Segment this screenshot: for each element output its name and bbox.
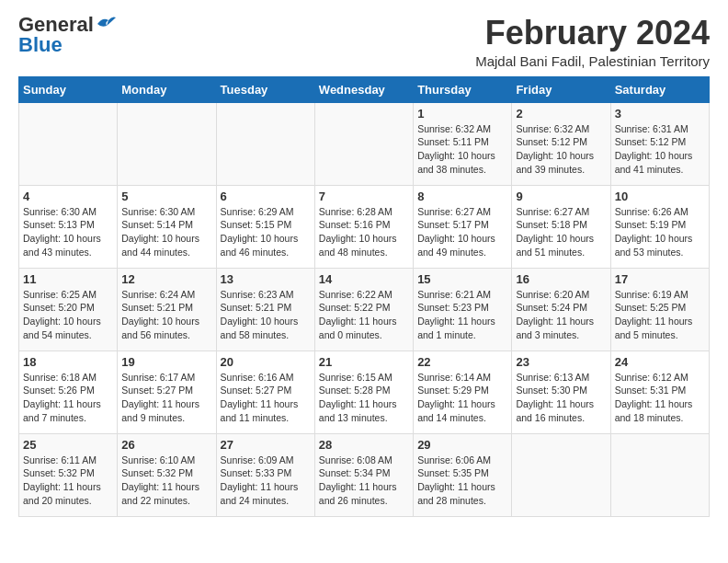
day-info: Sunrise: 6:16 AMSunset: 5:27 PMDaylight:… — [221, 371, 311, 425]
day-info: Sunrise: 6:30 AMSunset: 5:13 PMDaylight:… — [23, 205, 113, 259]
day-info: Sunrise: 6:11 AMSunset: 5:32 PMDaylight:… — [23, 454, 113, 508]
day-number: 8 — [417, 190, 507, 203]
calendar-day-25: 25Sunrise: 6:11 AMSunset: 5:32 PMDayligh… — [19, 433, 118, 516]
weekday-header-thursday: Thursday — [414, 76, 512, 102]
day-number: 2 — [516, 107, 606, 121]
calendar-empty-cell — [610, 433, 709, 516]
day-info: Sunrise: 6:19 AMSunset: 5:25 PMDaylight:… — [615, 288, 705, 342]
day-number: 29 — [417, 438, 507, 452]
day-number: 26 — [121, 438, 211, 452]
calendar-week-row: 4Sunrise: 6:30 AMSunset: 5:13 PMDaylight… — [19, 185, 710, 268]
calendar-empty-cell — [314, 102, 413, 185]
calendar-day-5: 5Sunrise: 6:30 AMSunset: 5:14 PMDaylight… — [118, 185, 216, 268]
day-info: Sunrise: 6:29 AMSunset: 5:15 PMDaylight:… — [221, 205, 311, 259]
calendar-day-27: 27Sunrise: 6:09 AMSunset: 5:33 PMDayligh… — [216, 433, 314, 516]
calendar-day-3: 3Sunrise: 6:31 AMSunset: 5:12 PMDaylight… — [610, 102, 709, 185]
day-number: 10 — [615, 190, 705, 203]
calendar-empty-cell — [118, 102, 216, 185]
day-number: 19 — [121, 355, 211, 369]
day-info: Sunrise: 6:26 AMSunset: 5:19 PMDaylight:… — [615, 205, 705, 259]
calendar-day-28: 28Sunrise: 6:08 AMSunset: 5:34 PMDayligh… — [314, 433, 413, 516]
calendar-day-16: 16Sunrise: 6:20 AMSunset: 5:24 PMDayligh… — [512, 268, 610, 350]
calendar-day-2: 2Sunrise: 6:32 AMSunset: 5:12 PMDaylight… — [512, 102, 610, 185]
day-number: 6 — [221, 190, 311, 203]
day-info: Sunrise: 6:09 AMSunset: 5:33 PMDaylight:… — [221, 454, 311, 508]
day-number: 5 — [121, 190, 211, 203]
day-number: 27 — [221, 438, 311, 452]
day-number: 1 — [417, 107, 507, 121]
day-info: Sunrise: 6:18 AMSunset: 5:26 PMDaylight:… — [23, 371, 113, 425]
calendar-day-26: 26Sunrise: 6:10 AMSunset: 5:32 PMDayligh… — [118, 433, 216, 516]
day-info: Sunrise: 6:10 AMSunset: 5:32 PMDaylight:… — [121, 454, 211, 508]
day-info: Sunrise: 6:12 AMSunset: 5:31 PMDaylight:… — [615, 371, 705, 425]
calendar-table: SundayMondayTuesdayWednesdayThursdayFrid… — [18, 76, 710, 517]
calendar-day-13: 13Sunrise: 6:23 AMSunset: 5:21 PMDayligh… — [216, 268, 314, 350]
day-number: 9 — [516, 190, 606, 203]
calendar-day-17: 17Sunrise: 6:19 AMSunset: 5:25 PMDayligh… — [610, 268, 709, 350]
weekday-header-row: SundayMondayTuesdayWednesdayThursdayFrid… — [19, 76, 710, 102]
calendar-week-row: 11Sunrise: 6:25 AMSunset: 5:20 PMDayligh… — [19, 268, 710, 350]
day-info: Sunrise: 6:14 AMSunset: 5:29 PMDaylight:… — [417, 371, 507, 425]
weekday-header-saturday: Saturday — [610, 76, 709, 102]
day-info: Sunrise: 6:13 AMSunset: 5:30 PMDaylight:… — [516, 371, 606, 425]
weekday-header-friday: Friday — [512, 76, 610, 102]
day-info: Sunrise: 6:27 AMSunset: 5:18 PMDaylight:… — [516, 205, 606, 259]
calendar-day-22: 22Sunrise: 6:14 AMSunset: 5:29 PMDayligh… — [414, 350, 512, 433]
day-info: Sunrise: 6:27 AMSunset: 5:17 PMDaylight:… — [417, 205, 507, 259]
day-info: Sunrise: 6:25 AMSunset: 5:20 PMDaylight:… — [23, 288, 113, 342]
calendar-day-18: 18Sunrise: 6:18 AMSunset: 5:26 PMDayligh… — [19, 350, 118, 433]
calendar-day-12: 12Sunrise: 6:24 AMSunset: 5:21 PMDayligh… — [118, 268, 216, 350]
day-number: 21 — [319, 355, 409, 369]
weekday-header-sunday: Sunday — [19, 76, 118, 102]
calendar-day-10: 10Sunrise: 6:26 AMSunset: 5:19 PMDayligh… — [610, 185, 709, 268]
calendar-empty-cell — [19, 102, 118, 185]
day-number: 4 — [23, 190, 113, 203]
calendar-empty-cell — [216, 102, 314, 185]
day-info: Sunrise: 6:32 AMSunset: 5:12 PMDaylight:… — [516, 122, 606, 177]
location-title: Majdal Bani Fadil, Palestinian Territory — [475, 53, 710, 69]
calendar-day-8: 8Sunrise: 6:27 AMSunset: 5:17 PMDaylight… — [414, 185, 512, 268]
day-info: Sunrise: 6:24 AMSunset: 5:21 PMDaylight:… — [121, 288, 211, 342]
day-info: Sunrise: 6:32 AMSunset: 5:11 PMDaylight:… — [417, 122, 507, 177]
calendar-day-23: 23Sunrise: 6:13 AMSunset: 5:30 PMDayligh… — [512, 350, 610, 433]
day-number: 28 — [319, 438, 409, 452]
weekday-header-tuesday: Tuesday — [216, 76, 314, 102]
weekday-header-wednesday: Wednesday — [314, 76, 413, 102]
day-info: Sunrise: 6:23 AMSunset: 5:21 PMDaylight:… — [221, 288, 311, 342]
day-number: 22 — [417, 355, 507, 369]
calendar-day-6: 6Sunrise: 6:29 AMSunset: 5:15 PMDaylight… — [216, 185, 314, 268]
day-number: 24 — [615, 355, 705, 369]
day-info: Sunrise: 6:28 AMSunset: 5:16 PMDaylight:… — [319, 205, 409, 259]
calendar-empty-cell — [512, 433, 610, 516]
day-number: 3 — [615, 107, 705, 121]
calendar-day-14: 14Sunrise: 6:22 AMSunset: 5:22 PMDayligh… — [314, 268, 413, 350]
day-number: 14 — [319, 272, 409, 286]
day-info: Sunrise: 6:20 AMSunset: 5:24 PMDaylight:… — [516, 288, 606, 342]
day-info: Sunrise: 6:17 AMSunset: 5:27 PMDaylight:… — [121, 371, 211, 425]
day-number: 11 — [23, 272, 113, 286]
calendar-day-7: 7Sunrise: 6:28 AMSunset: 5:16 PMDaylight… — [314, 185, 413, 268]
calendar-day-21: 21Sunrise: 6:15 AMSunset: 5:28 PMDayligh… — [314, 350, 413, 433]
day-info: Sunrise: 6:31 AMSunset: 5:12 PMDaylight:… — [615, 122, 705, 177]
day-info: Sunrise: 6:08 AMSunset: 5:34 PMDaylight:… — [319, 454, 409, 508]
logo: General Blue — [18, 15, 116, 55]
day-number: 13 — [221, 272, 311, 286]
day-info: Sunrise: 6:21 AMSunset: 5:23 PMDaylight:… — [417, 288, 507, 342]
calendar-day-20: 20Sunrise: 6:16 AMSunset: 5:27 PMDayligh… — [216, 350, 314, 433]
logo-general-text: General — [18, 15, 94, 35]
day-number: 12 — [121, 272, 211, 286]
day-info: Sunrise: 6:15 AMSunset: 5:28 PMDaylight:… — [319, 371, 409, 425]
day-number: 25 — [23, 438, 113, 452]
day-info: Sunrise: 6:30 AMSunset: 5:14 PMDaylight:… — [121, 205, 211, 259]
day-number: 16 — [516, 272, 606, 286]
calendar-week-row: 1Sunrise: 6:32 AMSunset: 5:11 PMDaylight… — [19, 102, 710, 185]
calendar-day-19: 19Sunrise: 6:17 AMSunset: 5:27 PMDayligh… — [118, 350, 216, 433]
weekday-header-monday: Monday — [118, 76, 216, 102]
day-number: 15 — [417, 272, 507, 286]
calendar-day-9: 9Sunrise: 6:27 AMSunset: 5:18 PMDaylight… — [512, 185, 610, 268]
day-number: 17 — [615, 272, 705, 286]
calendar-day-24: 24Sunrise: 6:12 AMSunset: 5:31 PMDayligh… — [610, 350, 709, 433]
month-title: February 2024 — [475, 15, 710, 52]
calendar-day-11: 11Sunrise: 6:25 AMSunset: 5:20 PMDayligh… — [19, 268, 118, 350]
day-info: Sunrise: 6:22 AMSunset: 5:22 PMDaylight:… — [319, 288, 409, 342]
